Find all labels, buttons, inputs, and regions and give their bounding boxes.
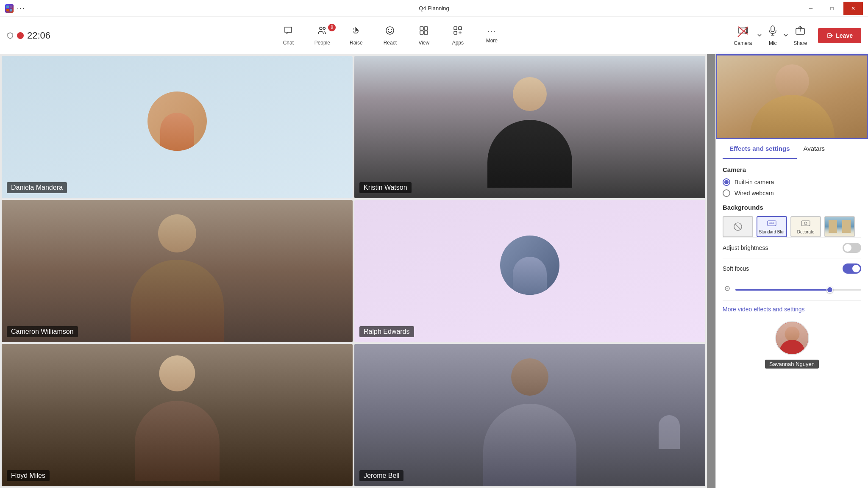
more-settings-link[interactable]: More video effects and settings [723,300,861,318]
savannah-label-area: Savannah Nguyen [723,358,861,369]
decorate-label: Decorate [797,230,815,234]
svg-rect-2 [6,9,9,11]
camera-preview [716,54,868,139]
mic-control: Mic [763,22,789,50]
participant-cell-floyd: Floyd Miles [2,344,353,486]
softfocus-slider[interactable] [735,289,861,291]
softfocus-toggle[interactable] [843,263,861,274]
preview-avatar [775,321,809,355]
participant-cell-jerome: Jerome Bell [354,344,705,486]
apps-button[interactable]: Apps [441,22,475,49]
mic-arrow-button[interactable] [782,31,789,40]
mic-button[interactable]: Mic [763,22,782,50]
leave-label: Leave [836,32,853,39]
svg-rect-1 [10,6,12,8]
svg-point-26 [769,222,771,224]
svg-rect-12 [424,31,428,34]
view-button[interactable]: View [407,22,441,49]
svg-rect-29 [801,221,810,226]
people-label: People [314,40,330,46]
more-options-button[interactable]: ··· [17,5,25,12]
svg-point-4 [320,27,322,30]
participant-name-jerome: Jerome Bell [359,470,403,481]
chat-button[interactable]: Chat [271,22,305,49]
bg-option-blur[interactable]: Standard Blur [757,216,787,237]
backgrounds-grid: Standard Blur [723,216,861,237]
svg-rect-14 [459,27,462,30]
blur-label: Standard Blur [759,230,785,234]
view-label: View [418,40,429,46]
svg-point-27 [771,222,773,224]
app-icon [5,4,14,13]
window-title: Q4 Planning [419,5,449,11]
participant-name-ralph: Ralph Edwards [359,326,414,337]
tab-effects[interactable]: Effects and settings [723,139,797,159]
control-bar: 22:06 Chat People 9 [0,17,868,54]
participant-name-floyd: Floyd Miles [7,470,50,481]
maximize-button[interactable]: □ [822,2,842,15]
radio-wired[interactable]: Wired webcam [723,189,861,197]
react-label: React [384,40,397,46]
call-timer: 22:06 [27,30,50,41]
bg-option-decorate[interactable]: Decorate [790,216,821,237]
participant-name-cameron: Cameron Williamson [7,326,78,337]
svg-rect-15 [454,31,457,34]
blur-icon [767,219,776,229]
chat-icon [283,25,293,38]
brightness-label: Adjust brightness [723,244,768,251]
people-icon [317,25,327,38]
softfocus-low-icon [723,284,732,295]
participant-cell-ralph: Ralph Edwards [354,200,705,342]
camera-label: Camera [734,40,752,46]
softfocus-label: Soft focus [723,265,749,272]
participant-name-kristin: Kristin Watson [359,182,412,193]
bg-option-none[interactable] [723,216,753,237]
people-button[interactable]: People 9 [305,22,339,49]
decorate-icon [801,219,810,229]
camera-arrow-button[interactable] [756,31,763,40]
svg-point-5 [323,27,326,29]
participant-cell-daniela: Daniela Mandera [2,56,353,198]
recording-indicator [17,32,24,39]
softfocus-row: Soft focus [723,258,861,279]
radio-builtin[interactable]: Built-in camera [723,178,861,186]
svg-rect-3 [10,9,12,11]
apps-label: Apps [452,40,464,46]
share-button[interactable]: Share [789,22,811,50]
mic-icon [767,25,778,39]
more-icon: ··· [487,27,496,36]
radio-builtin-label: Built-in camera [734,179,774,186]
svg-point-7 [388,29,389,30]
camera-button[interactable]: Camera [730,22,757,50]
mic-label: Mic [769,40,777,46]
close-button[interactable]: ✕ [843,2,863,15]
camera-icon [737,25,748,39]
tab-avatars[interactable]: Avatars [797,139,832,159]
participant-cell-kristin: Kristin Watson [354,56,705,198]
backgrounds-section: Backgrounds [723,204,861,237]
more-button[interactable]: ··· More [475,24,509,47]
video-grid: Daniela Mandera Kristin Watson Cameron W… [0,54,707,488]
leave-button[interactable]: Leave [818,28,861,43]
react-button[interactable]: React [373,22,407,49]
participant-name-daniela: Daniela Mandera [7,182,67,193]
view-icon [419,25,429,38]
svg-rect-9 [420,27,423,30]
react-icon [385,25,395,38]
softfocus-section [723,279,861,299]
brightness-toggle[interactable] [843,243,861,253]
apps-icon [453,25,463,38]
raise-button[interactable]: Raise [339,22,373,49]
panel-body: Camera Built-in camera Wired webcam Back… [716,159,868,488]
participant-cell-cameron: Cameron Williamson [2,200,353,342]
svg-rect-10 [424,27,428,30]
bg-option-room[interactable] [824,216,855,237]
minimize-button[interactable]: ─ [801,2,821,15]
leave-icon [826,32,833,39]
softfocus-slider-row [723,280,861,299]
radio-wired-circle [723,189,730,197]
panel-tabs: Effects and settings Avatars [716,139,868,159]
svg-rect-0 [6,6,9,8]
radio-builtin-circle [723,178,730,186]
toolbar-buttons: Chat People 9 Raise [271,22,509,49]
